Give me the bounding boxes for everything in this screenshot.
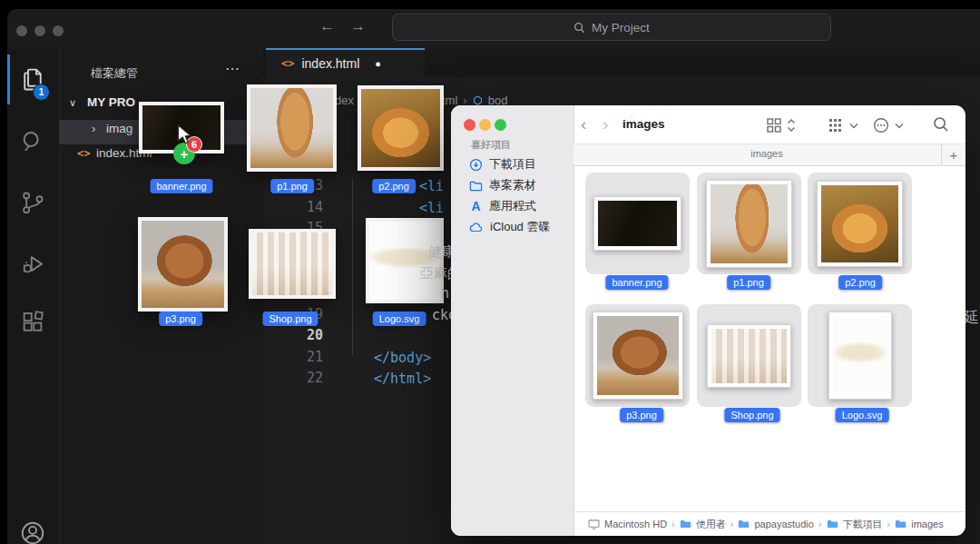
search-view-icon[interactable] <box>19 128 46 155</box>
path-item-users[interactable]: 使用者 <box>696 518 726 531</box>
file-shop-png[interactable] <box>697 304 801 407</box>
sidebar-item-project-assets[interactable]: 專案素材 <box>469 177 536 193</box>
file-p3-png[interactable] <box>585 304 690 407</box>
p3-thumbnail <box>597 316 679 395</box>
path-item-images[interactable]: images <box>911 519 943 529</box>
vscode-close-button[interactable] <box>16 25 27 36</box>
thumbnail-frame <box>707 324 791 388</box>
project-title: My Project <box>592 21 650 35</box>
mouse-cursor-icon <box>175 124 193 145</box>
code-edge-fragment: 延 <box>964 307 979 328</box>
chevron-right-icon: › <box>92 122 95 135</box>
finder-minimize-button[interactable] <box>479 119 491 131</box>
group-view-button[interactable] <box>828 118 845 133</box>
finder-back-button[interactable]: ‹ <box>581 114 586 134</box>
folder-icon <box>738 519 750 529</box>
explorer-badge: 1 <box>33 84 50 101</box>
sidebar-item-icloud[interactable]: iCloud 雲碟 <box>469 219 550 235</box>
tab-label: index.html <box>301 56 359 71</box>
path-separator-icon: › <box>730 519 734 529</box>
computer-icon <box>588 519 600 529</box>
search-icon <box>573 22 585 34</box>
nav-back-icon[interactable]: ← <box>319 17 335 35</box>
file-p1-png[interactable] <box>697 173 801 274</box>
drag-ghost-shop[interactable] <box>249 229 336 299</box>
cloud-icon <box>469 221 484 234</box>
finder-path-bar: Macintosh HD › 使用者 › papayastudio › 下載項目… <box>573 511 965 536</box>
chevron-down-icon <box>895 123 904 129</box>
sidebar-item-applications[interactable]: A 應用程式 <box>469 198 536 214</box>
folder-icon <box>827 519 838 529</box>
folder-icon <box>680 519 691 529</box>
sidebar-section-favorites: 喜好項目 <box>471 138 511 152</box>
tab-index-html[interactable]: <> index.html ● <box>266 48 425 77</box>
path-item-downloads[interactable]: 下載項目 <box>843 518 883 531</box>
extensions-icon[interactable] <box>19 309 46 336</box>
applications-icon: A <box>469 199 483 213</box>
p2-thumbnail <box>821 185 898 262</box>
finder-new-tab-button[interactable]: + <box>941 143 965 166</box>
path-item-papayastudio[interactable]: papayastudio <box>754 519 813 529</box>
sidebar-item-downloads[interactable]: 下載項目 <box>469 156 536 173</box>
activity-bar <box>7 48 60 544</box>
tree-root-my-project[interactable]: MY PRO <box>87 95 135 109</box>
line-number: 22 <box>292 368 323 389</box>
explorer-more-actions[interactable]: ⋯ <box>225 60 240 77</box>
finder-tab-images[interactable]: images <box>750 148 782 159</box>
breadcrumb[interactable]: dex <box>335 94 354 107</box>
path-separator-icon: › <box>671 519 675 529</box>
drag-ghost-p3[interactable] <box>138 217 228 312</box>
p1-thumbnail <box>710 184 788 263</box>
file-label: p3.png <box>620 408 663 422</box>
breadcrumb-fragment: tml <box>442 94 457 107</box>
vscode-minimize-button[interactable] <box>34 25 45 36</box>
file-label: p1.png <box>727 275 770 290</box>
shop-thumbnail <box>711 329 787 383</box>
vscode-zoom-button[interactable] <box>53 25 64 36</box>
drag-ghost-p2[interactable] <box>358 85 444 171</box>
path-item-macintosh-hd[interactable]: Macintosh HD <box>604 519 667 529</box>
banner-thumbnail <box>598 201 677 246</box>
file-banner-png[interactable] <box>585 173 690 274</box>
sidebar-item-label: 專案素材 <box>489 177 536 193</box>
drag-label: p1.png <box>270 179 314 193</box>
file-logo-svg[interactable] <box>808 304 912 407</box>
finder-close-button[interactable] <box>464 119 475 131</box>
finder-forward-button[interactable]: › <box>603 114 608 134</box>
chevron-down-icon <box>849 123 858 129</box>
run-debug-icon[interactable] <box>19 250 46 277</box>
finder-zoom-button[interactable] <box>495 119 506 131</box>
folder-icon <box>469 179 483 193</box>
chevron-down-icon: ∨ <box>69 97 76 109</box>
sidebar-item-label: 下載項目 <box>489 156 536 173</box>
drag-label: Shop.png <box>262 312 318 326</box>
more-options-button[interactable] <box>873 117 889 134</box>
icon-view-button[interactable] <box>766 117 782 134</box>
file-p2-png[interactable] <box>808 173 912 274</box>
html-file-icon: <> <box>281 57 294 70</box>
folder-icon <box>895 519 906 529</box>
account-icon[interactable] <box>19 519 46 544</box>
nav-forward-icon[interactable]: → <box>350 17 366 35</box>
drag-label: Logo.svg <box>373 312 426 326</box>
finder-search-button[interactable] <box>933 116 949 133</box>
view-sort-chevrons-icon[interactable] <box>787 118 796 133</box>
screen: ← → My Project 1 檔案總管 ⋯ ∨ MY <box>0 0 980 544</box>
drag-ghost-p1[interactable] <box>247 84 337 172</box>
file-label: Logo.svg <box>836 408 889 422</box>
source-control-icon[interactable] <box>19 189 46 216</box>
tree-item-images-folder[interactable]: imag <box>106 122 132 135</box>
line-number: 14 <box>292 197 323 218</box>
drag-label: p2.png <box>372 179 416 193</box>
indent-guide <box>352 178 353 355</box>
thumbnail-frame <box>817 181 903 267</box>
path-separator-icon: › <box>818 519 822 529</box>
file-label: Shop.png <box>724 408 779 422</box>
html-file-icon: <> <box>77 147 90 160</box>
active-view-indicator <box>7 54 10 104</box>
symbol-icon <box>473 95 483 105</box>
code-fragment: <li <box>419 198 444 219</box>
line-number-active: 20 <box>292 325 323 346</box>
command-center-search[interactable]: My Project <box>392 14 831 41</box>
dirty-dot-icon[interactable]: ● <box>375 58 381 69</box>
